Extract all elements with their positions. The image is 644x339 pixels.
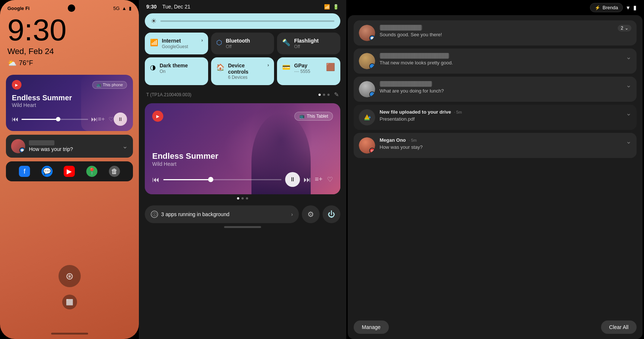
recents-button[interactable]: ⬜ (62, 295, 77, 309)
lightning-icon: ⚡ (595, 5, 600, 10)
notif-avatar: 💬 (11, 139, 25, 153)
wifi-icon: ▾ (627, 4, 630, 11)
dock-youtube-icon[interactable]: ▶ (64, 166, 75, 177)
background-apps-arrow: › (291, 211, 293, 217)
battery-icon: 🔋 (333, 4, 339, 10)
devicecontrols-arrow: › (267, 63, 269, 68)
internet-label: Internet (162, 38, 188, 44)
fingerprint-button[interactable]: ⊛ (59, 265, 81, 287)
megan-notif-body: Megan Ono · 5m How was your stay? (380, 137, 621, 150)
dock-messenger-icon[interactable]: 💬 (41, 166, 53, 177)
sunita-message: Sounds good. See you there! (380, 32, 613, 37)
tablet-music-title: Endless Summer (152, 151, 333, 161)
this-tablet-badge: 📺 This Tablet (294, 112, 333, 121)
notif-card-drive[interactable]: New file uploaded to your drive · 5m Pre… (354, 105, 637, 130)
tablet-queue-icon[interactable]: ≡+ (315, 175, 323, 184)
flashlight-sublabel: Off (294, 44, 318, 49)
phone-status-bar: Google Fi 5G ▲ ▮ (0, 0, 139, 12)
tablet-music-app-icon: ▶ (152, 111, 163, 122)
tablet-home-bar (224, 226, 261, 228)
patrick-expand-icon[interactable]: ⌄ (626, 81, 631, 89)
internet-sublabel: GoogleGuest (162, 44, 188, 49)
clear-all-button[interactable]: Clear All (601, 320, 637, 334)
megan-message: How was your stay? (380, 144, 621, 150)
devicecontrols-label: Device controls (228, 63, 264, 75)
music-progress-bar[interactable] (21, 119, 88, 120)
tablet-music-card: ▶ 📺 This Tablet Endless Summer Wild Hear… (145, 103, 340, 194)
this-tablet-label: This Tablet (307, 114, 328, 119)
notif-card-megan[interactable]: M Megan Ono · 5m How was your stay? ⌄ (354, 133, 637, 158)
megan-timestamp: · 5m (409, 138, 417, 142)
background-apps-button[interactable]: ⓘ 3 apps running in background › (145, 205, 299, 223)
flashlight-label: Flashlight (294, 38, 318, 44)
tablet-time: 9:30 (146, 4, 157, 10)
megan-app-badge: M (369, 148, 375, 154)
qs-gpay-tile[interactable]: 💳 GPay ···· 5555 🟫 (277, 57, 340, 85)
manage-button[interactable]: Manage (354, 320, 389, 334)
info-icon: ⓘ (151, 211, 158, 218)
phone-bottom-buttons: ⊛ ⬜ (0, 265, 139, 309)
expand-icon[interactable]: ⌄ (122, 142, 128, 150)
music-page-dots (139, 194, 346, 201)
dock-trash-icon[interactable]: 🗑 (109, 166, 120, 177)
brightness-slider[interactable]: ☀ (145, 13, 340, 29)
qs-darktheme-tile[interactable]: ◑ Dark theme On (145, 57, 208, 85)
power-button[interactable]: ⏻ (323, 205, 340, 223)
phone-notch (68, 4, 75, 12)
notif-card-sunita[interactable]: 💬 ████████████ Sounds good. See you ther… (354, 20, 637, 46)
phone-music-widget[interactable]: ▶ 📺 This phone Endless Summer Wild Heart… (6, 75, 133, 131)
tablet-pause-button[interactable]: ⏸ (285, 172, 300, 187)
signal-icon: ▲ (122, 6, 127, 11)
qs-internet-tile[interactable]: 📶 Internet GoogleGuest › (145, 33, 208, 54)
phone-notification[interactable]: 💬 █████ · 2m How was your trip? ⌄ (6, 135, 133, 158)
weather-icon: ⛅ (7, 58, 17, 67)
page-dots (318, 94, 330, 96)
florian-expand-icon[interactable]: ⌄ (626, 53, 631, 61)
background-apps-label: 3 apps running in background (161, 211, 229, 217)
tablet-next-button[interactable]: ⏭ (304, 175, 311, 184)
megan-expand-icon[interactable]: ⌄ (626, 137, 631, 145)
notif-card-patrick[interactable]: 🎵 ███████████████ What are you doing for… (354, 77, 637, 102)
notif-card-florian[interactable]: 🎵 ████████████████████ That new movie lo… (354, 48, 637, 74)
sunita-avatar: 💬 (359, 25, 375, 41)
tablet-prev-button[interactable]: ⏮ (152, 175, 160, 184)
prev-button[interactable]: ⏮ (12, 115, 19, 123)
bluetooth-sublabel: Off (226, 44, 250, 49)
patrick-notif-body: ███████████████ What are you doing for l… (380, 81, 621, 94)
tablet-bottom-dots (139, 223, 346, 229)
settings-button[interactable]: ⚙ (302, 205, 320, 223)
qs-flashlight-tile[interactable]: 🔦 Flashlight Off (277, 33, 340, 54)
devicecontrols-icon: 🏠 (216, 63, 224, 71)
tablet-screen-icon: 📺 (299, 114, 305, 119)
phone-panel: Google Fi 5G ▲ ▮ 9:30 Wed, Feb 24 ⛅ 76°F… (0, 0, 139, 339)
dock-facebook-icon[interactable]: f (19, 166, 30, 177)
tablet-music-subtitle: Wild Heart (152, 161, 333, 167)
brightness-track[interactable] (160, 20, 334, 22)
dock-maps-icon[interactable]: 📍 (86, 166, 97, 177)
tablet-heart-icon[interactable]: ♡ (327, 175, 333, 184)
tablet-progress-bar[interactable] (163, 179, 281, 180)
qs-devicecontrols-tile[interactable]: 🏠 Device controls 6 Devices › (211, 57, 274, 85)
drive-expand-icon[interactable]: ⌄ (626, 109, 631, 117)
florian-notif-body: ████████████████████ That new movie look… (380, 53, 621, 66)
app-badge: 💬 (19, 147, 25, 153)
drive-timestamp: · 5m (454, 110, 462, 114)
phone-dock: f 💬 ▶ 📍 🗑 (6, 161, 133, 181)
internet-icon: 📶 (150, 38, 158, 47)
edit-icon[interactable]: ✎ (334, 91, 339, 98)
qs-bluetooth-tile[interactable]: ⬡ Bluetooth Off (211, 33, 274, 54)
notification-footer: Manage Clear All (348, 317, 643, 339)
top-bar: ⚡ Brenda ▾ ▮ (346, 0, 644, 15)
darktheme-label: Dark theme (160, 63, 188, 69)
notification-panel: 💬 ████████████ Sounds good. See you ther… (348, 15, 643, 339)
music-app-icon: ▶ (12, 80, 21, 90)
device-info-bar: T (TP1A.2100409.003) ✎ (145, 89, 340, 100)
tablet-time-date: 9:30 Tue, Dec 21 (146, 4, 190, 10)
patrick-app-badge: 🎵 (369, 91, 375, 97)
brenda-pill[interactable]: ⚡ Brenda (590, 3, 623, 12)
tablet-panel: 9:30 Tue, Dec 21 📶 🔋 ☀ 📶 Internet Google… (139, 0, 346, 339)
flashlight-icon: 🔦 (282, 38, 290, 47)
patrick-avatar: 🎵 (359, 81, 375, 97)
chevron-down-icon: ⌄ (625, 26, 628, 31)
sunita-app-badge: 💬 (369, 35, 375, 41)
